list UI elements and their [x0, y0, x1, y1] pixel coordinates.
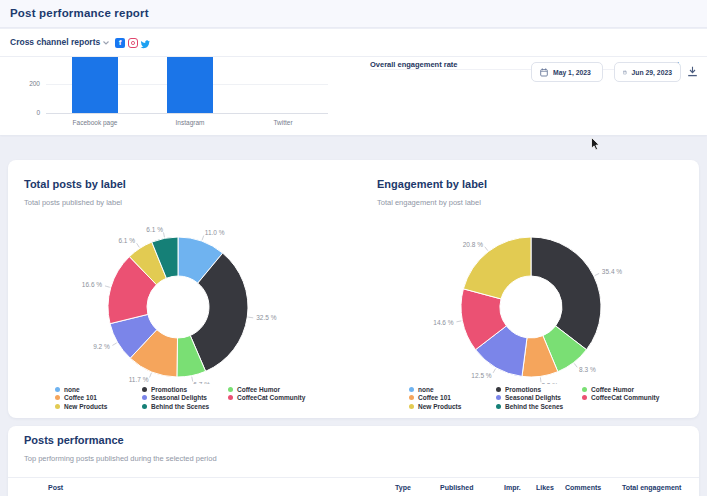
app-header: Post performance report	[0, 0, 707, 28]
download-icon[interactable]	[687, 66, 698, 77]
legend-dot	[55, 387, 60, 392]
legend-item-coffeecat-community[interactable]: CoffeeCat Community	[582, 394, 659, 403]
calendar-icon	[540, 68, 548, 77]
bar-instagram[interactable]	[167, 57, 213, 113]
legend-label: none	[418, 386, 434, 393]
legend-column: noneCoffee 101New Products	[55, 385, 142, 411]
donut-label-leader	[105, 286, 110, 287]
legend-item-coffee-humor[interactable]: Coffee Humor	[228, 385, 305, 394]
legend-item-coffee-humor[interactable]: Coffee Humor	[582, 385, 659, 394]
mouse-cursor	[591, 137, 600, 151]
table-header-likes: Likes	[536, 484, 554, 491]
calendar-icon	[623, 68, 627, 77]
legend-label: New Products	[418, 403, 461, 410]
legend-label: Seasonal Delights	[505, 394, 561, 401]
twitter-icon[interactable]	[140, 39, 150, 49]
legend-item-none[interactable]: none	[409, 385, 496, 394]
donut-label-leader	[248, 317, 253, 318]
date-from-picker[interactable]: May 1, 2023	[531, 62, 603, 82]
bar-facebook-page[interactable]	[72, 57, 118, 113]
date-to-value: Jun 29, 2023	[632, 69, 672, 76]
legend-column: PromotionsSeasonal DelightsBehind the Sc…	[142, 385, 228, 411]
legend-column: PromotionsSeasonal DelightsBehind the Sc…	[496, 385, 582, 411]
legend-dot	[409, 404, 414, 409]
legend-item-behind-the-scenes[interactable]: Behind the Scenes	[142, 402, 228, 411]
legend-dot	[496, 387, 501, 392]
legend-item-none[interactable]: none	[55, 385, 142, 394]
x-axis-label: Facebook page	[60, 119, 130, 126]
donut-value-label: 9.2 %	[93, 343, 110, 350]
legend-item-coffee-101[interactable]: Coffee 101	[409, 394, 496, 403]
legend-label: none	[64, 386, 80, 393]
legend-column: Coffee HumorCoffeeCat Community	[228, 385, 305, 411]
legend-column: Coffee HumorCoffeeCat Community	[582, 385, 659, 411]
legend-dot	[582, 395, 587, 400]
legend-item-seasonal-delights[interactable]: Seasonal Delights	[142, 394, 228, 403]
legend-item-new-products[interactable]: New Products	[55, 402, 142, 411]
legend-dot	[496, 395, 501, 400]
page-title: Post performance report	[10, 7, 149, 19]
donut-slice-promotions[interactable]	[531, 237, 601, 350]
legend-label: Promotions	[505, 386, 541, 393]
legend-item-behind-the-scenes[interactable]: Behind the Scenes	[496, 402, 582, 411]
date-to-picker[interactable]: Jun 29, 2023	[614, 62, 681, 82]
chevron-down-icon[interactable]	[103, 41, 109, 45]
report-toolbar: Cross channel reports f May 1, 2023 Jun …	[0, 29, 707, 57]
table-header-total-engagement: Total engagement	[622, 484, 681, 491]
legend-label: CoffeeCat Community	[591, 394, 659, 401]
posts-performance-subtitle: Top performing posts published during th…	[24, 454, 217, 463]
donut-value-label: 16.6 %	[82, 281, 102, 288]
posts-by-label-legend: noneCoffee 101New ProductsPromotionsSeas…	[55, 385, 305, 411]
legend-label: Coffee Humor	[591, 386, 634, 393]
posts-per-channel-bar-chart: 0200Facebook pageInstagramTwitter	[0, 57, 345, 135]
legend-item-coffee-101[interactable]: Coffee 101	[55, 394, 142, 403]
total-posts-by-label-subtitle: Total posts published by label	[24, 198, 122, 207]
legend-dot	[582, 387, 587, 392]
legend-dot	[142, 387, 147, 392]
posts-performance-card: Posts performance Top performing posts p…	[8, 426, 699, 496]
legend-dot	[228, 395, 233, 400]
legend-label: Behind the Scenes	[505, 403, 563, 410]
legend-item-promotions[interactable]: Promotions	[496, 385, 582, 394]
donut-value-label: 11.0 %	[205, 229, 225, 236]
table-divider	[8, 477, 699, 478]
x-axis-label: Instagram	[155, 119, 225, 126]
y-axis-tick: 0	[18, 109, 40, 116]
donut-value-label: 12.5 %	[471, 372, 491, 379]
report-type-selector[interactable]: Cross channel reports	[10, 37, 100, 47]
legend-item-coffeecat-community[interactable]: CoffeeCat Community	[228, 394, 305, 403]
donut-label-leader	[112, 343, 116, 346]
donut-label-leader	[595, 273, 599, 275]
donut-label-leader	[202, 236, 204, 241]
date-from-value: May 1, 2023	[553, 69, 591, 76]
legend-item-new-products[interactable]: New Products	[409, 402, 496, 411]
donut-label-leader	[150, 373, 152, 378]
legend-label: Behind the Scenes	[151, 403, 209, 410]
table-header-type: Type	[395, 484, 411, 491]
legend-dot	[55, 395, 60, 400]
donut-value-label: 6.7 %	[193, 381, 210, 384]
engagement-by-label-donut: 35.4 %8.3 %8.3 %12.5 %14.6 %20.8 %	[361, 224, 701, 384]
legend-item-seasonal-delights[interactable]: Seasonal Delights	[496, 394, 582, 403]
donut-label-leader	[456, 321, 461, 322]
facebook-icon[interactable]: f	[115, 38, 125, 48]
donut-value-label: 11.7 %	[129, 376, 149, 383]
legend-label: CoffeeCat Community	[237, 394, 305, 401]
legend-label: Promotions	[151, 386, 187, 393]
legend-label: Coffee 101	[418, 394, 451, 401]
engagement-by-label-title: Engagement by label	[377, 178, 487, 190]
donut-value-label: 8.3 %	[579, 366, 596, 373]
legend-item-promotions[interactable]: Promotions	[142, 385, 228, 394]
donut-value-label: 6.1 %	[118, 237, 135, 244]
donut-value-label: 6.1 %	[146, 226, 163, 233]
engagement-rate-label: Overall engagement rate	[370, 60, 458, 69]
legend-column: noneCoffee 101New Products	[409, 385, 496, 411]
label-charts-card: Total posts by label Total posts publish…	[8, 160, 699, 418]
legend-dot	[409, 395, 414, 400]
donut-label-leader	[137, 243, 140, 247]
total-posts-by-label-donut: 11.0 %32.5 %6.7 %11.7 %9.2 %16.6 %6.1 %6…	[8, 224, 348, 384]
donut-value-label: 14.6 %	[433, 319, 453, 326]
instagram-icon[interactable]	[128, 38, 138, 48]
legend-dot	[409, 387, 414, 392]
legend-dot	[228, 387, 233, 392]
